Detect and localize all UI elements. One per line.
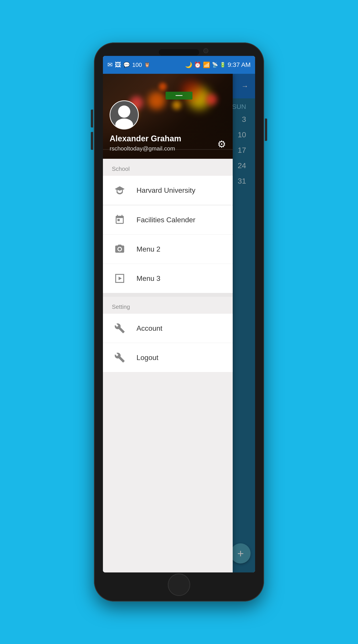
logout-label: Logout [137, 354, 158, 362]
facilities-calendar-item[interactable]: Facilities Calender [103, 205, 233, 234]
status-bar: ✉ 🖼 💬 100 🦉 🌙 ⏰ 📶 📡 🔋 9:37 AM [103, 56, 255, 74]
svg-point-0 [118, 106, 130, 118]
menu3-item[interactable]: Menu 3 [103, 264, 233, 293]
phone-camera [203, 48, 208, 53]
phone-frame: ✉ 🖼 💬 100 🦉 🌙 ⏰ 📶 📡 🔋 9:37 AM [94, 42, 264, 602]
logout-wrench-icon [112, 350, 128, 366]
drawer-header-content: Alexander Graham rschooltoday@gmail.com [103, 94, 233, 159]
facilities-calendar-label: Facilities Calender [137, 216, 195, 224]
volume-up-button[interactable] [91, 110, 93, 128]
wifi-icon: 📶 [203, 62, 210, 68]
signal-icon: 📡 [212, 62, 218, 67]
app-content: ← ⋮ → SUN 3 10 17 24 31 + [103, 74, 255, 572]
logout-item[interactable]: Logout [103, 343, 233, 372]
logout-icon [114, 352, 125, 363]
chat-icon: 💬 [123, 62, 130, 68]
home-button[interactable] [168, 574, 190, 596]
tusk-icon: 🦉 [144, 62, 150, 67]
wrench-icon [114, 323, 125, 334]
drawer-menu: School Harvard University [103, 159, 233, 572]
calendar-menu-icon [114, 214, 125, 225]
svg-point-1 [115, 118, 133, 130]
avatar [110, 100, 139, 130]
menu2-label: Menu 2 [137, 245, 160, 253]
menu3-label: Menu 3 [137, 274, 160, 283]
section-divider [103, 293, 233, 297]
settings-gear-icon[interactable]: ⚙ [217, 138, 226, 150]
drawer-header: ━━━ Alexander Graham rsc [103, 74, 233, 159]
screen: ✉ 🖼 💬 100 🦉 🌙 ⏰ 📶 📡 🔋 9:37 AM [103, 56, 255, 572]
camera-icon [112, 241, 128, 257]
play-icon [112, 270, 128, 286]
harvard-label: Harvard University [137, 186, 195, 194]
graduation-cap-icon [114, 185, 125, 196]
play-menu-icon [114, 273, 125, 284]
camera-menu-icon [114, 244, 125, 254]
user-name: Alexander Graham [110, 134, 226, 143]
account-label: Account [137, 324, 162, 332]
mail-icon: ✉ [107, 62, 113, 68]
photo-icon: 🖼 [115, 62, 121, 68]
status-time: 9:37 AM [228, 61, 251, 68]
setting-section-label: Setting [103, 297, 233, 314]
status-right-icons: 🌙 ⏰ 📶 📡 🔋 9:37 AM [185, 61, 251, 68]
account-item[interactable]: Account [103, 314, 233, 343]
navigation-drawer: ━━━ Alexander Graham rsc [103, 74, 233, 572]
battery-icon: 🔋 [220, 62, 226, 67]
battery-percent: 100 [132, 62, 142, 68]
power-button[interactable] [265, 118, 267, 141]
user-email: rschooltoday@gmail.com [110, 145, 226, 152]
status-left-icons: ✉ 🖼 💬 100 🦉 [107, 62, 150, 68]
avatar-icon [110, 100, 138, 130]
volume-down-button[interactable] [91, 132, 93, 150]
menu2-item[interactable]: Menu 2 [103, 234, 233, 264]
account-wrench-icon [112, 320, 128, 336]
harvard-university-item[interactable]: Harvard University [103, 176, 233, 205]
moon-icon: 🌙 [185, 62, 192, 68]
calendar-icon [112, 212, 128, 228]
school-section-label: School [103, 159, 233, 176]
graduation-icon [112, 182, 128, 198]
alarm-icon: ⏰ [194, 62, 201, 68]
phone-speaker [159, 49, 199, 56]
